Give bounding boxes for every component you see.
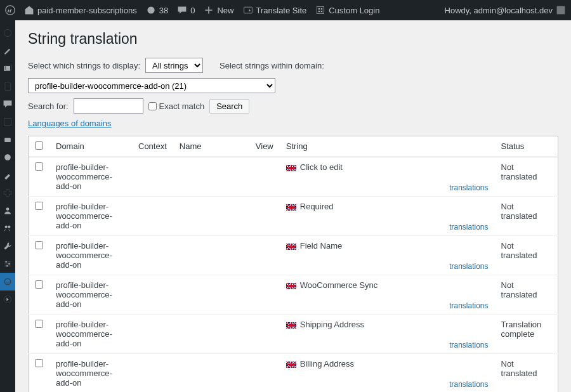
exact-match-label[interactable]: Exact match	[148, 101, 205, 111]
table-row: profile-builder-woocommerce-add-on Requi…	[29, 197, 558, 236]
table-row: profile-builder-woocommerce-add-on Click…	[29, 157, 558, 197]
languages-of-domains-link[interactable]: Languages of domains	[28, 119, 112, 128]
row-domain: profile-builder-woocommerce-add-on	[49, 315, 132, 354]
custom-login[interactable]: Custom Login	[315, 5, 379, 15]
table-row: profile-builder-woocommerce-add-on Field…	[29, 236, 558, 275]
svg-point-0	[6, 6, 15, 15]
row-context	[132, 236, 173, 275]
row-view	[249, 275, 280, 315]
svg-rect-4	[321, 8, 322, 10]
domain-dropdown[interactable]: profile-builder-woocommerce-add-on (21)	[28, 78, 275, 93]
select-all-checkbox[interactable]	[35, 141, 43, 150]
table-row: profile-builder-woocommerce-add-on Billi…	[29, 354, 558, 393]
translations-link[interactable]: translations	[449, 183, 488, 192]
svg-rect-3	[318, 8, 320, 10]
row-checkbox[interactable]	[35, 280, 43, 289]
row-string: Requiredtranslations	[280, 197, 495, 236]
row-view	[249, 315, 280, 354]
row-status: Not translated	[495, 275, 558, 315]
row-checkbox[interactable]	[35, 202, 43, 210]
sidemenu-dashboard[interactable]	[0, 24, 15, 42]
row-checkbox[interactable]	[35, 162, 43, 171]
sidemenu-woo[interactable]	[0, 148, 15, 166]
sidemenu-collapse[interactable]	[0, 291, 15, 308]
row-domain: profile-builder-woocommerce-add-on	[49, 236, 132, 275]
table-row: profile-builder-woocommerce-add-on WooCo…	[29, 275, 558, 315]
row-context	[132, 315, 173, 354]
row-checkbox[interactable]	[35, 359, 43, 367]
row-status: Not translated	[495, 157, 558, 197]
row-status: Not translated	[495, 197, 558, 236]
svg-rect-1	[244, 7, 252, 13]
sidemenu-plugins[interactable]	[0, 184, 15, 202]
select-strings-dropdown[interactable]: All strings	[145, 58, 203, 73]
sidemenu-users[interactable]	[0, 202, 15, 219]
search-button[interactable]: Search	[209, 99, 249, 114]
wp-logo[interactable]	[5, 5, 15, 15]
row-string: Field Nametranslations	[280, 236, 495, 275]
row-string: WooCommerce Synctranslations	[280, 275, 495, 315]
row-name	[173, 157, 249, 197]
row-domain: profile-builder-woocommerce-add-on	[49, 157, 132, 197]
svg-point-13	[4, 154, 11, 160]
uk-flag-icon	[286, 244, 296, 250]
sidemenu-posts[interactable]	[0, 42, 15, 60]
translations-link[interactable]: translations	[449, 262, 488, 271]
svg-point-20	[4, 278, 11, 285]
row-view	[249, 197, 280, 236]
uk-flag-icon	[286, 165, 296, 171]
sidemenu-comments[interactable]	[0, 95, 15, 113]
sidemenu-forms[interactable]	[0, 113, 15, 131]
col-domain[interactable]: Domain	[49, 136, 132, 157]
row-checkbox[interactable]	[35, 241, 43, 249]
sidemenu-media[interactable]	[0, 60, 15, 77]
translations-link[interactable]: translations	[449, 301, 488, 310]
admin-bar: paid-member-subscriptions 38 0 New Trans…	[0, 0, 571, 20]
col-name[interactable]: Name	[173, 136, 249, 157]
col-string[interactable]: String	[280, 136, 495, 157]
sidemenu-pages[interactable]	[0, 77, 15, 95]
sidemenu-users-alt[interactable]	[0, 219, 15, 237]
svg-rect-6	[321, 11, 322, 12]
row-status: Not translated	[495, 354, 558, 393]
col-view[interactable]: View	[249, 136, 280, 157]
page-title: String translation	[28, 30, 558, 48]
translations-link[interactable]: translations	[449, 341, 488, 350]
comments[interactable]: 0	[177, 5, 195, 15]
row-name	[173, 315, 249, 354]
svg-rect-11	[4, 118, 11, 125]
col-context[interactable]: Context	[132, 136, 173, 157]
howdy-user[interactable]: Howdy, admin@localhost.dev	[445, 5, 566, 15]
uk-flag-icon	[286, 362, 296, 368]
translations-link[interactable]: translations	[449, 223, 488, 232]
row-view	[249, 236, 280, 275]
search-input[interactable]	[74, 98, 143, 114]
updates[interactable]: 38	[146, 5, 168, 15]
svg-rect-2	[317, 6, 324, 13]
site-name[interactable]: paid-member-subscriptions	[24, 5, 137, 15]
row-name	[173, 275, 249, 315]
select-strings-label: Select which strings to display:	[28, 61, 140, 70]
row-string: Shipping Addresstranslations	[280, 315, 495, 354]
sidemenu-wpml[interactable]	[0, 131, 15, 148]
translations-link[interactable]: translations	[449, 380, 488, 389]
svg-point-18	[8, 263, 10, 265]
row-checkbox[interactable]	[35, 320, 43, 328]
row-domain: profile-builder-woocommerce-add-on	[49, 354, 132, 393]
row-context	[132, 197, 173, 236]
svg-point-16	[8, 226, 10, 228]
sidemenu-appearance[interactable]	[0, 166, 15, 184]
row-context	[132, 275, 173, 315]
strings-table: Domain Context Name View String Status p…	[28, 136, 558, 392]
sidemenu-tools[interactable]	[0, 237, 15, 255]
exact-match-checkbox[interactable]	[148, 102, 157, 110]
svg-point-17	[5, 261, 6, 263]
row-name	[173, 197, 249, 236]
row-domain: profile-builder-woocommerce-add-on	[49, 197, 132, 236]
sidemenu-settings[interactable]	[0, 255, 15, 273]
new-content[interactable]: New	[204, 5, 233, 15]
col-status[interactable]: Status	[495, 136, 558, 157]
svg-point-19	[6, 265, 8, 266]
translate-site[interactable]: Translate Site	[243, 5, 307, 15]
sidemenu-wpml-active[interactable]	[0, 273, 15, 291]
